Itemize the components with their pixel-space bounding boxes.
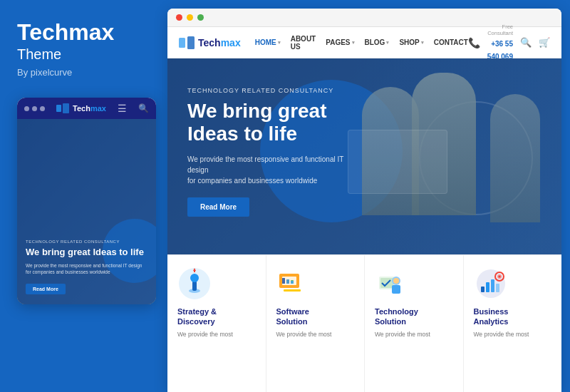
svg-rect-18	[291, 281, 294, 284]
desktop-mockup: Techmax HOME ▾ ABOUT US PAGES ▾ BLOG ▾ S…	[167, 9, 561, 392]
svg-rect-28	[496, 284, 499, 292]
software-service-name: SoftwareSolution	[276, 306, 309, 327]
nav-cart-button[interactable]: 🛒	[539, 37, 550, 48]
analytics-icon	[474, 267, 508, 301]
brand-by: By pixelcurve	[17, 67, 150, 78]
nav-logo: Techmax	[179, 36, 241, 49]
phone-number: +36 55 540 069	[487, 40, 513, 61]
services-strip: Strategy &Discovery We provide the most	[167, 254, 561, 392]
svg-rect-0	[56, 105, 61, 112]
hero-desc: We provide the most responsive and funct…	[187, 154, 351, 186]
svg-point-31	[498, 276, 500, 278]
hero-read-more-button[interactable]: Read More	[187, 197, 249, 217]
hero-title: We bring great Ideas to life	[187, 100, 351, 145]
analytics-service-name: BusinessAnalytics	[474, 306, 509, 327]
hero-content: TECHNOLOGY RELATED CONSULTANCY We bring …	[187, 87, 351, 217]
svg-rect-26	[486, 282, 489, 292]
svg-point-7	[190, 274, 199, 282]
nav-link-about[interactable]: ABOUT US	[291, 35, 316, 51]
brand-title: Techmax	[17, 20, 150, 45]
service-card-technology: TechnologySolution We provide the most	[365, 255, 464, 392]
technology-service-desc: We provide the most	[375, 331, 430, 339]
svg-point-23	[393, 278, 399, 284]
laptop-shape	[348, 130, 447, 194]
hero-tag: TECHNOLOGY RELATED CONSULTANCY	[187, 87, 351, 94]
svg-rect-12	[284, 289, 301, 292]
browser-dot-yellow	[187, 14, 193, 21]
strategy-service-name: Strategy &Discovery	[177, 306, 217, 327]
software-service-desc: We provide the most	[276, 331, 332, 339]
svg-rect-27	[491, 279, 494, 292]
nav-logo-icon	[179, 36, 195, 49]
browser-dot-red	[176, 14, 182, 21]
desktop-hero: TECHNOLOGY RELATED CONSULTANCY We bring …	[167, 58, 561, 254]
mobile-logo-text: Techmax	[73, 104, 106, 113]
phone-icon: 📞	[468, 37, 480, 48]
software-icon	[276, 267, 311, 301]
service-card-analytics: BusinessAnalytics We provide the most	[464, 255, 562, 392]
phone-area: Free Consultant +36 55 540 069	[484, 24, 513, 62]
browser-dot-green	[197, 14, 204, 21]
phone-label: Free Consultant	[484, 24, 513, 36]
left-panel: Techmax Theme By pixelcurve Techmax ☰ 🔍	[0, 0, 167, 392]
analytics-service-desc: We provide the most	[474, 331, 529, 339]
technology-icon	[375, 267, 409, 301]
svg-rect-1	[63, 103, 69, 113]
mobile-mockup: Techmax ☰ 🔍 TECHNOLOGY RELATED CONSULTAN…	[17, 98, 156, 304]
nav-link-contact[interactable]: CONTACT	[434, 38, 468, 46]
svg-rect-17	[286, 279, 289, 284]
mobile-window-dots	[24, 106, 45, 111]
person-silhouette-3	[490, 94, 540, 222]
brand-subtitle: Theme	[17, 46, 150, 63]
strategy-service-desc: We provide the most	[177, 331, 233, 339]
mobile-hero-tag: TECHNOLOGY RELATED CONSULTANCY	[26, 239, 147, 244]
nav-right: 📞 Free Consultant +36 55 540 069 🔍 🛒	[468, 24, 550, 62]
strategy-icon	[177, 267, 212, 301]
dot3	[40, 106, 45, 111]
nav-link-home[interactable]: HOME ▾	[255, 38, 281, 46]
svg-rect-6	[192, 281, 197, 291]
hero-title-line2: Ideas to life	[187, 123, 297, 145]
mobile-read-more-button[interactable]: Read More	[26, 284, 66, 294]
mobile-logo: Techmax	[56, 103, 106, 113]
nav-links: HOME ▾ ABOUT US PAGES ▾ BLOG ▾ SHOP ▾ CO…	[255, 35, 468, 51]
mobile-hero-title: We bring great Ideas to life	[26, 247, 147, 258]
svg-rect-2	[179, 38, 185, 48]
mobile-hero: TECHNOLOGY RELATED CONSULTANCY We bring …	[17, 119, 156, 304]
service-card-software: SoftwareSolution We provide the most	[266, 255, 366, 392]
hero-title-line1: We bring great	[187, 100, 327, 122]
nav-link-pages[interactable]: PAGES ▾	[326, 38, 354, 46]
svg-rect-25	[481, 287, 484, 292]
nav-logo-text: Techmax	[198, 37, 241, 48]
dot2	[32, 106, 37, 111]
svg-rect-22	[392, 285, 400, 294]
svg-rect-16	[282, 278, 285, 284]
mobile-logo-icon	[56, 103, 69, 113]
mobile-nav-bar: Techmax ☰ 🔍	[17, 98, 156, 119]
mobile-search-icon[interactable]: 🔍	[138, 103, 149, 113]
nav-link-blog[interactable]: BLOG ▾	[365, 38, 390, 46]
mobile-hero-content: TECHNOLOGY RELATED CONSULTANCY We bring …	[26, 239, 147, 294]
mobile-menu-icon[interactable]: ☰	[118, 103, 127, 114]
dot1	[24, 106, 29, 111]
desktop-nav: Techmax HOME ▾ ABOUT US PAGES ▾ BLOG ▾ S…	[167, 27, 561, 58]
svg-rect-3	[187, 36, 195, 49]
nav-search-button[interactable]: 🔍	[520, 37, 532, 48]
mobile-hero-desc: We provide the most responsive and funct…	[26, 262, 147, 275]
technology-service-name: TechnologySolution	[375, 306, 418, 327]
nav-link-shop[interactable]: SHOP ▾	[399, 38, 423, 46]
service-card-strategy: Strategy &Discovery We provide the most	[167, 255, 266, 392]
